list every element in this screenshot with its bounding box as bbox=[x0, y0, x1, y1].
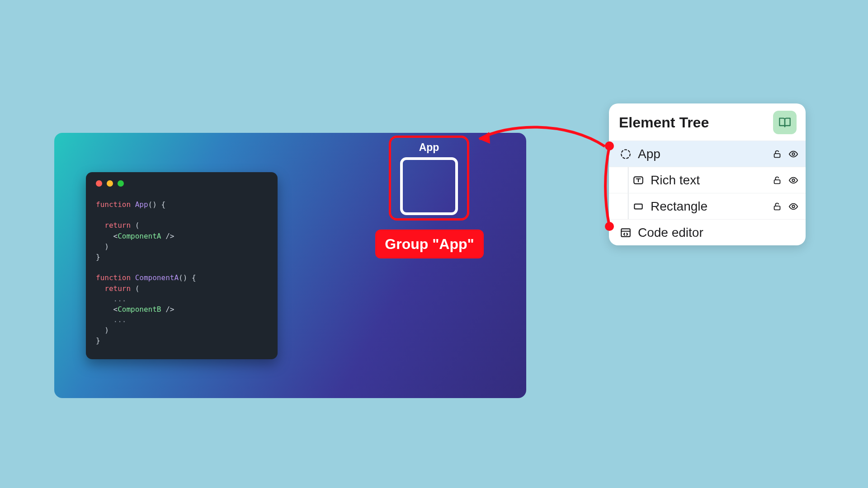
unlock-icon bbox=[772, 149, 782, 159]
book-open-icon bbox=[778, 116, 791, 129]
zoom-icon bbox=[118, 180, 124, 187]
visibility-toggle[interactable] bbox=[788, 149, 798, 159]
eye-icon bbox=[788, 202, 798, 211]
row-label: Rich text bbox=[651, 173, 772, 188]
row-icon bbox=[619, 148, 632, 160]
close-icon bbox=[96, 180, 102, 187]
svg-rect-6 bbox=[634, 204, 642, 209]
eye-icon bbox=[788, 149, 798, 159]
svg-rect-9 bbox=[621, 229, 630, 236]
code-editor-window: function App() { return ( <ComponentA />… bbox=[86, 172, 278, 359]
panel-title: Element Tree bbox=[619, 114, 709, 131]
svg-point-5 bbox=[792, 179, 795, 182]
unlock-icon bbox=[772, 202, 782, 211]
row-icon bbox=[619, 227, 632, 239]
row-icon bbox=[632, 174, 645, 186]
rectangle-icon bbox=[632, 201, 644, 212]
lock-toggle[interactable] bbox=[772, 202, 782, 211]
lock-toggle[interactable] bbox=[772, 149, 782, 159]
annotation-callout: Group "App" bbox=[375, 230, 484, 258]
element-tree-panel: Element Tree AppRich textRectangleCode e… bbox=[609, 103, 806, 245]
svg-point-2 bbox=[792, 153, 795, 155]
dashed-circle-icon bbox=[620, 148, 632, 160]
svg-rect-4 bbox=[774, 180, 780, 183]
tree-row-app[interactable]: App bbox=[609, 141, 806, 167]
minimize-icon bbox=[107, 180, 113, 187]
tree-row-rich-text[interactable]: Rich text bbox=[609, 167, 806, 193]
row-label: Code editor bbox=[638, 225, 798, 240]
tree-row-rectangle[interactable]: Rectangle bbox=[609, 193, 806, 219]
svg-rect-1 bbox=[774, 154, 780, 157]
rectangle-element bbox=[400, 157, 458, 215]
unlock-icon bbox=[772, 175, 782, 185]
docs-button[interactable] bbox=[773, 111, 797, 134]
row-tools bbox=[772, 202, 798, 211]
tree-row-code-editor[interactable]: Code editor bbox=[609, 219, 806, 245]
eye-icon bbox=[788, 175, 798, 185]
code-window-icon bbox=[620, 227, 632, 239]
svg-point-0 bbox=[621, 150, 630, 159]
lock-toggle[interactable] bbox=[772, 175, 782, 185]
code-content: function App() { return ( <ComponentA />… bbox=[96, 199, 268, 346]
visibility-toggle[interactable] bbox=[788, 175, 798, 185]
row-label: Rectangle bbox=[651, 199, 772, 214]
window-controls bbox=[96, 180, 268, 187]
group-highlight: App bbox=[389, 136, 469, 221]
row-icon bbox=[632, 201, 645, 212]
svg-rect-7 bbox=[774, 206, 780, 210]
group-title: App bbox=[419, 141, 439, 154]
visibility-toggle[interactable] bbox=[788, 202, 798, 211]
row-label: App bbox=[638, 147, 772, 161]
text-icon bbox=[632, 174, 644, 186]
row-tools bbox=[772, 175, 798, 185]
panel-header: Element Tree bbox=[609, 103, 806, 141]
svg-point-8 bbox=[792, 205, 795, 208]
row-tools bbox=[772, 149, 798, 159]
